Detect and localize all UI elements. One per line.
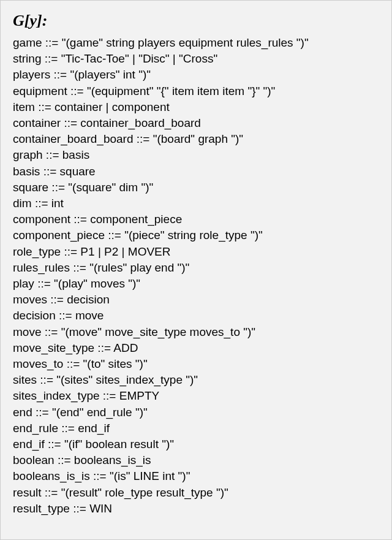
grammar-rule: item ::= container | component bbox=[13, 99, 379, 115]
grammar-rule: game ::= "(game" string players equipmen… bbox=[13, 35, 379, 51]
grammar-rule: basis ::= square bbox=[13, 164, 379, 180]
grammar-rule: move_site_type ::= ADD bbox=[13, 340, 379, 356]
grammar-rule: result ::= "(result" role_type result_ty… bbox=[13, 485, 379, 501]
grammar-rule: result_type ::= WIN bbox=[13, 501, 379, 517]
grammar-title: G[y]: bbox=[13, 12, 379, 30]
grammar-rule: moves_to ::= "(to" sites ")" bbox=[13, 356, 379, 372]
grammar-rule: boolean ::= booleans_is_is bbox=[13, 452, 379, 468]
grammar-rule: booleans_is_is ::= "(is" LINE int ")" bbox=[13, 468, 379, 484]
grammar-rule: decision ::= move bbox=[13, 308, 379, 324]
grammar-rule: sites ::= "(sites" sites_index_type ")" bbox=[13, 372, 379, 388]
grammar-rule: moves ::= decision bbox=[13, 292, 379, 308]
grammar-rule: end_if ::= "(if" boolean result ")" bbox=[13, 436, 379, 452]
grammar-rule: graph ::= basis bbox=[13, 147, 379, 163]
grammar-rule: role_type ::= P1 | P2 | MOVER bbox=[13, 244, 379, 260]
grammar-rule: square ::= "(square" dim ")" bbox=[13, 180, 379, 196]
grammar-rule: container_board_board ::= "(board" graph… bbox=[13, 131, 379, 147]
grammar-rules-container: game ::= "(game" string players equipmen… bbox=[13, 35, 379, 517]
grammar-rule: players ::= "(players" int ")" bbox=[13, 67, 379, 83]
grammar-rule: end_rule ::= end_if bbox=[13, 420, 379, 436]
grammar-rule: component_piece ::= "(piece" string role… bbox=[13, 227, 379, 243]
grammar-rule: dim ::= int bbox=[13, 196, 379, 211]
grammar-rule: sites_index_type ::= EMPTY bbox=[13, 388, 379, 404]
grammar-rule: component ::= component_piece bbox=[13, 211, 379, 227]
grammar-rule: play ::= "(play" moves ")" bbox=[13, 276, 379, 292]
grammar-rule: rules_rules ::= "(rules" play end ")" bbox=[13, 260, 379, 276]
grammar-rule: string ::= "Tic-Tac-Toe" | "Disc" | "Cro… bbox=[13, 51, 379, 67]
grammar-rule: container ::= container_board_board bbox=[13, 115, 379, 131]
grammar-rule: move ::= "(move" move_site_type moves_to… bbox=[13, 324, 379, 340]
grammar-rule: equipment ::= "(equipment" "{" item item… bbox=[13, 83, 379, 99]
grammar-rule: end ::= "(end" end_rule ")" bbox=[13, 405, 379, 420]
